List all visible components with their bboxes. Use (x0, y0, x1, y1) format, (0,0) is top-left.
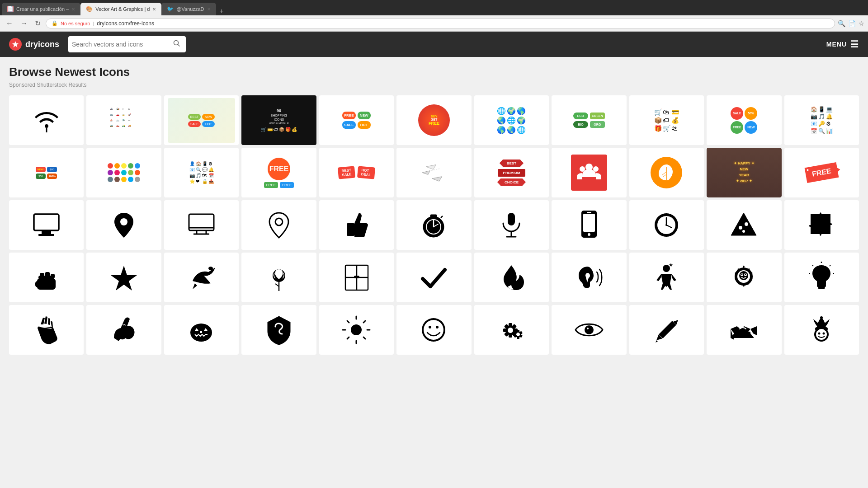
svg-point-83 (745, 273, 746, 275)
logo-text: dryicons (25, 40, 59, 49)
tab-2-label: Vector Art & Graphics | d (95, 6, 150, 12)
list-item[interactable] (707, 305, 781, 355)
list-item[interactable] (164, 253, 239, 302)
svg-rect-45 (431, 215, 436, 217)
list-item[interactable]: FREE (784, 148, 859, 197)
reader-icon[interactable]: 📄 (848, 20, 856, 27)
list-item[interactable] (629, 253, 704, 302)
list-item[interactable]: ECO GREEN BIO ORG (552, 95, 626, 145)
list-item[interactable] (241, 253, 316, 302)
list-item[interactable] (319, 253, 394, 302)
list-item[interactable]: 🛒🛍💳 📦🏷💰 🎁🛒🛍 (629, 95, 704, 145)
list-item[interactable]: 🌐🌍🌎 🌏🌐🌍 🌎🌏🌐 (474, 95, 549, 145)
address-bar: ← → ↻ 🔒 No es seguro | dryicons.com/free… (0, 15, 868, 32)
list-item[interactable] (164, 305, 239, 355)
list-item[interactable] (319, 200, 394, 250)
svg-line-87 (830, 265, 830, 266)
list-item[interactable]: BEST PREMIUM CHOICE (474, 148, 549, 197)
list-item[interactable]: ✦ HAPPY ✦NEWYEAR✦ 2017 ✦ (707, 148, 781, 197)
list-item[interactable] (86, 305, 161, 355)
svg-text:⛵: ⛵ (110, 119, 113, 122)
svg-point-133 (815, 327, 819, 331)
svg-rect-65 (45, 272, 50, 277)
url-bar[interactable]: 🔒 No es seguro | dryicons.com/free-icons (46, 19, 835, 28)
menu-button[interactable]: MENU ☰ (826, 39, 859, 50)
zoom-icon[interactable]: 🔍 (838, 20, 845, 27)
back-button[interactable]: ← (4, 19, 15, 28)
list-item[interactable] (552, 200, 626, 250)
tab-bar: 📄 Crear una publicación – ✕ 🎨 Vector Art… (0, 0, 868, 15)
menu-label: MENU (826, 41, 847, 48)
list-item[interactable] (552, 148, 626, 197)
new-tab-button[interactable]: + (216, 7, 227, 15)
tab-1-close[interactable]: ✕ (71, 7, 75, 12)
search-input[interactable] (72, 41, 169, 48)
svg-rect-29 (34, 214, 59, 230)
page-title: Browse Newest Icons (9, 65, 859, 79)
list-item[interactable]: BEST NEW SALE HOT (164, 95, 239, 145)
list-item[interactable] (629, 148, 704, 197)
svg-point-52 (588, 233, 590, 236)
list-item[interactable] (9, 95, 84, 145)
list-item[interactable] (164, 200, 239, 250)
list-item[interactable] (9, 253, 84, 302)
list-item[interactable] (86, 200, 161, 250)
search-form (68, 36, 186, 52)
list-item[interactable]: 👤🏠📱⚙ 📧🔍💬🔔 📷🎵🗺📅 ⭐❤🔒📤 (164, 148, 239, 197)
svg-text:🚁: 🚁 (122, 113, 125, 117)
list-item[interactable]: FREE FREE FREE (241, 148, 316, 197)
list-item[interactable] (241, 305, 316, 355)
list-item[interactable] (474, 305, 549, 355)
sponsored-label: Sponsored Shutterstock Results (9, 82, 859, 88)
list-item[interactable]: FREE NEW SALE HOT (319, 95, 394, 145)
list-item[interactable] (629, 200, 704, 250)
svg-rect-93 (200, 331, 202, 333)
tab-1[interactable]: 📄 Crear una publicación – ✕ (2, 3, 80, 15)
list-item[interactable] (784, 253, 859, 302)
list-item[interactable] (552, 305, 626, 355)
list-item[interactable]: 🚢🚂✈🏍 🚌🚗🚁🚀 ⛵🚲🛸🏎 🚜🛻🛺🚚 (86, 95, 161, 145)
logo[interactable]: dryicons (9, 38, 59, 51)
svg-marker-19 (422, 171, 430, 175)
list-item[interactable] (474, 200, 549, 250)
list-item[interactable]: SALE 50% FREE NEW (707, 95, 781, 145)
list-item[interactable]: BESTSALE HOTDEAL (319, 148, 394, 197)
list-item[interactable] (629, 305, 704, 355)
tab-3-close[interactable]: ✕ (207, 7, 211, 12)
list-item[interactable]: 90 SHOPPING ICONS WEB & MOBILE 🛒💳🏷 📦🎁💰 (241, 95, 316, 145)
list-item[interactable] (707, 253, 781, 302)
svg-rect-84 (817, 285, 826, 287)
list-item[interactable] (784, 305, 859, 355)
url-text: dryicons.com/free-icons (97, 20, 154, 27)
tab-2[interactable]: 🎨 Vector Art & Graphics | d ✕ (80, 3, 161, 15)
svg-point-32 (120, 218, 127, 225)
svg-rect-109 (509, 323, 512, 327)
list-item[interactable] (396, 305, 471, 355)
svg-marker-20 (426, 165, 436, 170)
list-item[interactable] (86, 148, 161, 197)
svg-point-131 (818, 332, 820, 334)
forward-button[interactable]: → (18, 19, 30, 28)
list-item[interactable] (9, 305, 84, 355)
list-item[interactable] (319, 305, 394, 355)
list-item[interactable] (784, 200, 859, 250)
list-item[interactable] (396, 200, 471, 250)
list-item[interactable]: NEW! $90 $55 100% (9, 148, 84, 197)
list-item[interactable] (9, 200, 84, 250)
list-item[interactable] (396, 148, 471, 197)
list-item[interactable] (474, 253, 549, 302)
list-item[interactable] (552, 253, 626, 302)
tab-1-label: Crear una publicación – (16, 6, 69, 12)
list-item[interactable]: 🏠📱💻 📷🎵🔔 📧🔑⚙ 📅🔍📊 (784, 95, 859, 145)
tab-3[interactable]: 🐦 @VanuzzaD ✕ (161, 3, 216, 15)
reload-button[interactable]: ↻ (33, 18, 43, 28)
tab-2-close[interactable]: ✕ (152, 7, 156, 12)
list-item[interactable] (86, 253, 161, 302)
list-item[interactable]: BUY GET FREE (396, 95, 471, 145)
list-item[interactable] (241, 200, 316, 250)
list-item[interactable] (707, 200, 781, 250)
search-button[interactable] (171, 40, 182, 49)
list-item[interactable] (396, 253, 471, 302)
logo-icon (9, 38, 22, 51)
bookmark-icon[interactable]: ☆ (859, 20, 864, 27)
